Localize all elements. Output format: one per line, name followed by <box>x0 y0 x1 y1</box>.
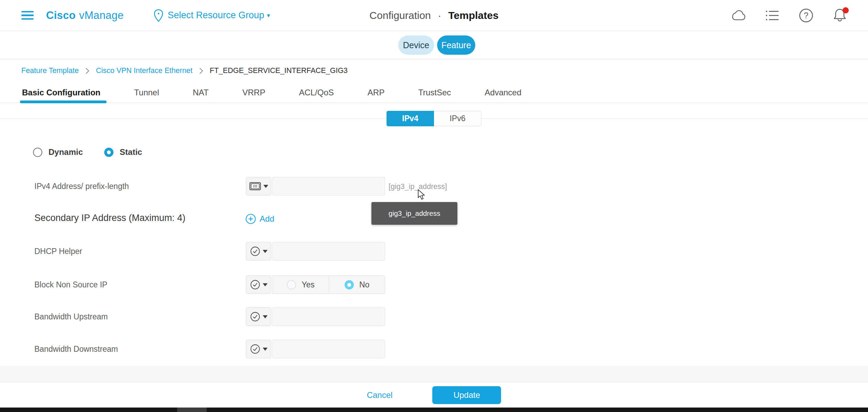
default-scope-icon <box>250 344 260 354</box>
ipv4-address-scope-dropdown[interactable] <box>246 177 271 196</box>
breadcrumb-template-name: FT_EDGE_SERVICE_INTERFACE_GIG3 <box>210 66 348 75</box>
device-specific-icon <box>249 182 261 190</box>
feature-template-pill[interactable]: Feature <box>437 35 475 55</box>
tab-acl-qos[interactable]: ACL/QoS <box>299 82 334 103</box>
header-icon-group: ? <box>731 8 847 23</box>
menu-icon[interactable] <box>21 9 34 22</box>
add-label: Add <box>260 214 274 224</box>
secondary-ip-label: Secondary IP Address (Maximum: 4) <box>34 213 185 223</box>
device-template-pill[interactable]: Device <box>398 35 434 55</box>
static-radio-label: Static <box>120 147 142 157</box>
ip-version-toggle: IPv4 IPv6 <box>387 111 481 126</box>
vmanage-app: CiscovManage Select Resource Group ▾ Con… <box>0 0 868 412</box>
caret-down-icon <box>263 348 268 351</box>
mouse-cursor-icon <box>417 189 426 200</box>
brand-product: vManage <box>79 9 124 21</box>
yes-radio[interactable] <box>287 280 296 289</box>
top-header: CiscovManage Select Resource Group ▾ Con… <box>0 0 868 31</box>
default-scope-icon <box>250 279 260 290</box>
basic-configuration-panel: IPv4 IPv6 Dynamic Static IPv4 Address/ p… <box>0 103 868 367</box>
bandwidth-downstream-input[interactable] <box>272 340 385 358</box>
dynamic-radio[interactable] <box>33 148 42 157</box>
title-separator: · <box>438 10 441 21</box>
no-radio[interactable] <box>345 280 354 289</box>
block-non-source-scope-dropdown[interactable] <box>246 275 271 294</box>
tab-vrrp[interactable]: VRRP <box>242 82 265 103</box>
static-radio[interactable] <box>104 148 113 157</box>
template-mode-strip: Device Feature <box>0 31 868 59</box>
no-label: No <box>359 280 369 289</box>
resource-group-label: Select Resource Group <box>168 10 264 21</box>
ipv4-address-label: IPv4 Address/ prefix-length <box>34 182 129 191</box>
dynamic-radio-label: Dynamic <box>48 147 83 157</box>
dhcp-helper-label: DHCP Helper <box>34 247 82 256</box>
template-tabs: Basic Configuration Tunnel NAT VRRP ACL/… <box>0 82 868 103</box>
notification-badge <box>843 7 849 13</box>
chevron-right-icon <box>199 67 204 75</box>
tab-basic-configuration[interactable]: Basic Configuration <box>22 82 100 103</box>
chevron-right-icon <box>85 67 90 75</box>
ipv6-toggle-button[interactable]: IPv6 <box>434 111 481 126</box>
caret-down-icon <box>263 185 268 188</box>
bandwidth-upstream-label: Bandwidth Upstream <box>34 312 108 321</box>
cancel-button[interactable]: Cancel <box>367 390 393 400</box>
default-scope-icon <box>250 311 260 322</box>
content-end-strip <box>0 366 868 382</box>
tab-arp[interactable]: ARP <box>368 82 384 103</box>
ipv4-address-input[interactable] <box>272 177 385 196</box>
task-list-icon[interactable] <box>765 8 780 23</box>
action-footer: Cancel Update <box>0 382 868 408</box>
tab-trustsec[interactable]: TrustSec <box>418 82 451 103</box>
notifications-bell-icon[interactable] <box>832 8 847 23</box>
brand-logo: CiscovManage <box>46 9 124 22</box>
dhcp-helper-scope-dropdown[interactable] <box>246 242 271 261</box>
dhcp-helper-input[interactable] <box>272 242 385 261</box>
bottom-edge-bar <box>0 408 868 412</box>
breadcrumb-feature-template[interactable]: Feature Template <box>21 66 79 75</box>
cloud-icon[interactable] <box>731 8 746 23</box>
location-pin-icon <box>153 9 164 22</box>
title-section: Configuration <box>369 10 431 21</box>
update-button[interactable]: Update <box>432 386 501 404</box>
caret-down-icon <box>263 315 268 318</box>
resource-group-selector[interactable]: Select Resource Group ▾ <box>153 9 270 22</box>
default-scope-icon <box>250 246 260 256</box>
bandwidth-upstream-scope-dropdown[interactable] <box>246 307 271 326</box>
brand-cisco: Cisco <box>46 9 76 21</box>
tab-nat[interactable]: NAT <box>193 82 209 103</box>
variable-name-tooltip: gig3_ip_address <box>371 202 457 225</box>
help-icon[interactable]: ? <box>799 8 814 23</box>
breadcrumb: Feature Template Cisco VPN Interface Eth… <box>0 59 868 82</box>
block-non-source-ip-label: Block Non Source IP <box>34 280 107 289</box>
chevron-down-icon: ▾ <box>267 12 270 19</box>
caret-down-icon <box>263 250 268 253</box>
tab-advanced[interactable]: Advanced <box>485 82 521 103</box>
address-type-radio-group: Dynamic Static <box>33 147 142 157</box>
title-page: Templates <box>448 10 498 21</box>
breadcrumb-template-type[interactable]: Cisco VPN Interface Ethernet <box>96 66 193 75</box>
tab-tunnel[interactable]: Tunnel <box>134 82 159 103</box>
bandwidth-downstream-scope-dropdown[interactable] <box>246 340 271 358</box>
add-secondary-ip-button[interactable]: Add <box>245 213 274 224</box>
bandwidth-upstream-input[interactable] <box>272 307 385 326</box>
block-non-source-yes-option[interactable]: Yes <box>272 275 329 294</box>
bottom-edge-segment <box>177 408 207 412</box>
page-title: Configuration · Templates <box>369 10 498 21</box>
ipv4-toggle-button[interactable]: IPv4 <box>387 111 434 126</box>
plus-circle-icon <box>245 213 256 224</box>
block-non-source-no-option[interactable]: No <box>329 275 385 294</box>
block-non-source-radio-group: Yes No <box>272 275 385 294</box>
yes-label: Yes <box>302 280 315 289</box>
svg-text:?: ? <box>804 11 808 20</box>
bandwidth-downstream-label: Bandwidth Downstream <box>34 345 118 354</box>
caret-down-icon <box>263 283 268 286</box>
